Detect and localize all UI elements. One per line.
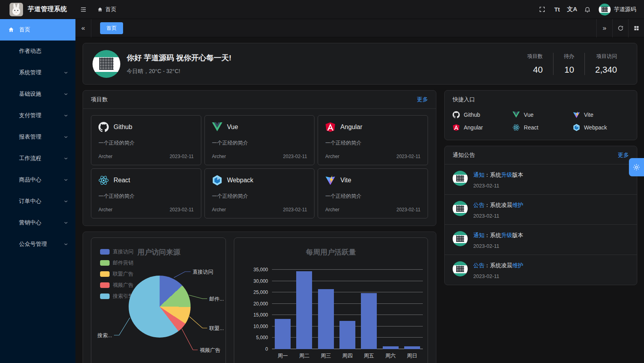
- project-name: Angular: [340, 124, 362, 131]
- sidebar-item[interactable]: 公众号管理: [0, 234, 75, 255]
- y-axis-tick: 15,000: [253, 312, 268, 318]
- quick-link-angular[interactable]: Angular: [453, 124, 509, 131]
- bar: [318, 289, 334, 349]
- project-card-vite[interactable]: Vite一个正经的简介Archer2023-02-11: [318, 168, 428, 218]
- quick-link-webpack[interactable]: Webpack: [573, 124, 629, 131]
- project-date: 2023-02-11: [283, 207, 307, 212]
- project-name: Vite: [340, 177, 351, 184]
- tab-首页[interactable]: 首页: [100, 22, 123, 34]
- sidebar-item-label: 商品中心: [19, 176, 64, 183]
- project-author: Archer: [212, 154, 226, 159]
- sidebar-item[interactable]: 订单中心: [0, 191, 75, 212]
- bar-chart-categories: 周一周二周三周四周五周六周日: [272, 352, 423, 359]
- sidebar-item[interactable]: 支付管理: [0, 105, 75, 126]
- project-card-vue[interactable]: Vue一个正经的简介Archer2023-02-11: [204, 115, 315, 165]
- chevron-down-icon: [64, 199, 68, 204]
- sidebar-item-label: 工作流程: [19, 155, 64, 162]
- sidebar-item-label: 公众号管理: [19, 241, 64, 248]
- user-avatar: [599, 4, 611, 15]
- y-axis-tick: 10,000: [253, 324, 268, 329]
- github-icon: [453, 111, 460, 118]
- sidebar-item[interactable]: 系统管理: [0, 62, 75, 83]
- notice-title: 通知：系统升级版本: [473, 172, 523, 179]
- notice-item[interactable]: 公告：系统凌晨维护2023-02-11: [445, 194, 637, 224]
- project-name: Webpack: [227, 177, 253, 184]
- y-axis-tick: 20,000: [253, 301, 268, 307]
- x-axis-label: 周五: [361, 352, 377, 359]
- sidebar-item[interactable]: 商品中心: [0, 169, 75, 191]
- sidebar-item[interactable]: 基础设施: [0, 83, 75, 105]
- angular-icon: [453, 124, 460, 131]
- fullscreen-icon[interactable]: [534, 0, 550, 19]
- sidebar-item[interactable]: 报表管理: [0, 126, 75, 148]
- refresh-tab-button[interactable]: [612, 19, 628, 37]
- chevron-down-icon: [64, 178, 68, 182]
- greeting-text: 你好 芋道源码 祝你开心每一天!: [127, 53, 231, 63]
- notice-item[interactable]: 公告：系统凌晨维护2023-02-11: [445, 255, 637, 285]
- app-root: 芋道管理系统 首页 Tt 文A 芋道源码: [0, 0, 644, 363]
- projects-panel: 项目数 更多 Github一个正经的简介Archer2023-02-11Vue一…: [83, 90, 436, 226]
- main-content: 你好 芋道源码 祝你开心每一天! 今日晴，20°C - 32°C! 项目数40待…: [75, 37, 644, 363]
- project-name: React: [114, 177, 130, 184]
- tabs-scroll-left-button[interactable]: «: [75, 19, 91, 37]
- notice-avatar: [453, 261, 468, 276]
- project-date: 2023-02-11: [170, 207, 194, 212]
- bars-row: [272, 270, 423, 349]
- project-card-github[interactable]: Github一个正经的简介Archer2023-02-11: [91, 115, 201, 165]
- y-axis-tick: 35,000: [253, 267, 268, 272]
- notice-list: 通知：系统升级版本2023-02-11公告：系统凌晨维护2023-02-11通知…: [445, 164, 637, 285]
- y-axis-tick: 0: [265, 346, 268, 352]
- quick-link-label: Github: [464, 112, 480, 118]
- project-author: Archer: [98, 207, 112, 212]
- notification-bell-icon[interactable]: [580, 0, 595, 19]
- user-menu[interactable]: 芋道源码: [599, 4, 636, 15]
- panel-title: 项目数: [91, 96, 108, 103]
- breadcrumb-item: 首页: [105, 6, 116, 13]
- stat-value: 2,340: [595, 65, 617, 75]
- y-axis-tick: 25,000: [253, 290, 268, 295]
- notice-item[interactable]: 通知：系统升级版本2023-02-11: [445, 164, 637, 194]
- notice-item[interactable]: 通知：系统升级版本2023-02-11: [445, 224, 637, 255]
- project-card-webpack[interactable]: Webpack一个正经的简介Archer2023-02-11: [204, 168, 315, 218]
- locale-icon[interactable]: 文A: [565, 0, 580, 19]
- project-card-angular[interactable]: Angular一个正经的简介Archer2023-02-11: [318, 115, 428, 165]
- notice-date: 2023-02-11: [473, 213, 523, 219]
- stat-item: 待办10: [553, 53, 584, 75]
- breadcrumb[interactable]: 首页: [97, 6, 116, 13]
- quick-link-vite[interactable]: Vite: [573, 111, 629, 118]
- notices-more-link[interactable]: 更多: [618, 152, 629, 159]
- vue-icon: [212, 122, 222, 132]
- bar: [296, 271, 312, 349]
- layout-grid-icon[interactable]: [628, 19, 644, 37]
- x-axis-label: 周四: [339, 352, 355, 359]
- quick-link-react[interactable]: React: [513, 124, 569, 131]
- quick-entry-panel: 快捷入口 GithubVueViteAngularReactWebpack: [444, 90, 637, 140]
- sidebar-item[interactable]: 工作流程: [0, 148, 75, 169]
- sidebar-item[interactable]: 作者动态: [0, 41, 75, 62]
- stat-label: 项目数: [527, 53, 543, 60]
- project-card-react[interactable]: React一个正经的简介Archer2023-02-11: [91, 168, 201, 218]
- collapse-menu-icon[interactable]: [80, 6, 87, 13]
- font-size-icon[interactable]: Tt: [550, 0, 565, 19]
- quick-link-github[interactable]: Github: [453, 111, 509, 118]
- welcome-card: 你好 芋道源码 祝你开心每一天! 今日晴，20°C - 32°C! 项目数40待…: [83, 43, 637, 85]
- bar-chart-card: 每周用户活跃量 05,00010,00015,00020,00025,00030…: [234, 237, 428, 363]
- chevron-down-icon: [64, 156, 68, 161]
- sidebar-item[interactable]: 首页: [0, 19, 75, 41]
- vite-icon: [573, 111, 580, 118]
- project-author: Archer: [98, 154, 112, 159]
- bar: [383, 346, 399, 349]
- chevron-down-icon: [64, 92, 68, 97]
- sidebar-item[interactable]: 营销中心: [0, 212, 75, 234]
- settings-button[interactable]: [629, 158, 644, 176]
- svg-text:视频广告: 视频广告: [200, 347, 220, 353]
- user-name: 芋道源码: [614, 6, 636, 13]
- projects-more-link[interactable]: 更多: [417, 96, 428, 103]
- bar: [404, 346, 420, 349]
- tabs-scroll-right-button[interactable]: »: [596, 19, 612, 37]
- stat-value: 40: [527, 65, 543, 75]
- top-header: 芋道管理系统 首页 Tt 文A 芋道源码: [0, 0, 644, 19]
- quick-link-vue[interactable]: Vue: [513, 111, 569, 118]
- sidebar-item-label: 支付管理: [19, 112, 64, 119]
- vite-icon: [325, 175, 335, 185]
